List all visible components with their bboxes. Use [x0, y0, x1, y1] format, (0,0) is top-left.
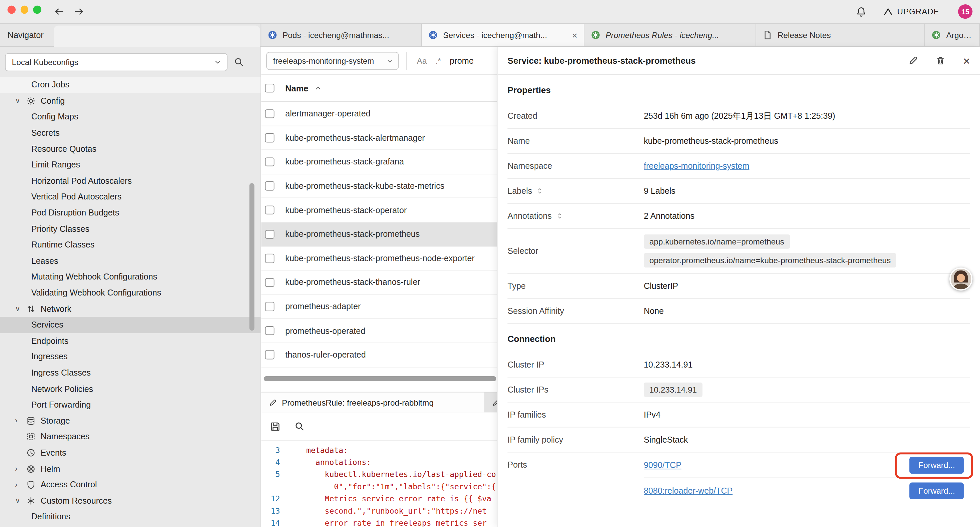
sidebar-item[interactable]: Network Policies: [0, 381, 261, 397]
match-case-toggle[interactable]: Aa: [417, 56, 427, 66]
sidebar-item[interactable]: › Storage: [0, 413, 261, 429]
tab-close-icon[interactable]: ×: [572, 30, 578, 40]
close-window-button[interactable]: [7, 6, 15, 13]
sidebar-item[interactable]: › Access Control: [0, 477, 261, 493]
property-label: IP family policy: [508, 435, 643, 444]
name-column-header[interactable]: Name: [285, 83, 308, 93]
sidebar-item[interactable]: Services: [0, 317, 261, 333]
sidebar-item[interactable]: Ingress Classes: [0, 365, 261, 381]
sidebar-item[interactable]: Vertical Pod Autoscalers: [0, 189, 261, 205]
sidebar-item[interactable]: Pod Disruption Budgets: [0, 205, 261, 221]
sidebar-item[interactable]: Port Forwarding: [0, 397, 261, 413]
horizontal-scrollbar[interactable]: [264, 376, 496, 381]
edit-icon[interactable]: [908, 56, 918, 66]
sidebar-item[interactable]: Validating Webhook Configurations: [0, 285, 261, 301]
line-text: Metrics service error rate is {{ $va: [306, 495, 492, 503]
expand-icon[interactable]: [556, 212, 563, 220]
chevron-icon[interactable]: ∨: [15, 496, 26, 505]
sidebar-item[interactable]: › Helm: [0, 461, 261, 477]
helm-icon: [26, 464, 36, 473]
minimize-window-button[interactable]: [20, 6, 28, 13]
sidebar-item[interactable]: Horizontal Pod Autoscalers: [0, 173, 261, 189]
editor-tabs: Pods - icecheng@mathmas... Services - ic…: [261, 24, 980, 46]
sidebar-item[interactable]: Mutating Webhook Configurations: [0, 269, 261, 285]
sidebar-item-label: Helm: [41, 464, 60, 473]
namespace-link[interactable]: freeleaps-monitoring-system: [644, 161, 749, 170]
row-checkbox[interactable]: [265, 278, 274, 287]
expand-icon[interactable]: [537, 188, 544, 194]
sidebar-item-label: Events: [41, 448, 66, 457]
regex-toggle[interactable]: .*: [436, 56, 441, 66]
upgrade-button[interactable]: UPGRADE: [883, 7, 940, 17]
row-checkbox[interactable]: [265, 158, 274, 166]
chevron-icon[interactable]: ›: [15, 417, 26, 424]
row-checkbox[interactable]: [265, 182, 274, 191]
sidebar-item[interactable]: Namespaces: [0, 428, 261, 444]
sidebar-item[interactable]: ∨ Network: [0, 301, 261, 317]
prop-row-cluster-ips: Cluster IPs 10.233.14.91: [508, 377, 970, 403]
sidebar-item-label: Runtime Classes: [31, 240, 95, 250]
sidebar-item[interactable]: ∨ Custom Resources: [0, 493, 261, 509]
chevron-icon[interactable]: ∨: [15, 96, 26, 105]
sidebar-item[interactable]: Events: [0, 444, 261, 461]
chevron-icon[interactable]: ∨: [15, 304, 26, 313]
forward-button[interactable]: Forward...: [910, 482, 964, 499]
labels-value[interactable]: 9 Labels: [644, 186, 675, 196]
row-checkbox[interactable]: [265, 205, 274, 215]
row-checkbox[interactable]: [265, 326, 274, 335]
editor-tab[interactable]: Prometheus Rules - icecheng...: [584, 24, 756, 46]
sidebar-scrollbar[interactable]: [250, 183, 255, 331]
annotations-value[interactable]: 2 Annotations: [644, 211, 694, 220]
prop-row-ip-family-policy: IP family policy SingleStack: [508, 428, 970, 453]
select-all-checkbox[interactable]: [265, 84, 274, 93]
sidebar-item[interactable]: Priority Classes: [0, 221, 261, 237]
zoom-window-button[interactable]: [33, 6, 41, 13]
close-icon[interactable]: ×: [963, 55, 970, 67]
editor-tab[interactable]: Release Notes: [756, 24, 925, 46]
port-link[interactable]: 8080:reloader-web/TCP: [644, 486, 732, 495]
section-connection: Connection: [508, 334, 970, 344]
forward-button[interactable]: Forward...: [910, 457, 964, 474]
row-checkbox[interactable]: [265, 254, 274, 263]
editor-tab[interactable]: Services - icecheng@math... ×: [422, 24, 584, 46]
forward-icon[interactable]: [74, 6, 84, 17]
sidebar-item[interactable]: ∨ Config: [0, 93, 261, 109]
editor-search-icon[interactable]: [294, 421, 305, 431]
row-checkbox[interactable]: [265, 302, 274, 311]
chevron-icon[interactable]: ›: [15, 481, 26, 488]
dock-tab-prometheusrule[interactable]: PrometheusRule: freeleaps-prod-rabbitmq: [261, 393, 484, 412]
editor-tab[interactable]: Pods - icecheng@mathmas...: [261, 24, 422, 46]
table-search-input[interactable]: Aa .* prome: [406, 52, 474, 70]
sidebar-item[interactable]: Limit Ranges: [0, 157, 261, 173]
delete-icon[interactable]: [935, 56, 946, 66]
service-name: prometheus-adapter: [285, 302, 361, 311]
row-checkbox[interactable]: [265, 230, 274, 239]
row-checkbox[interactable]: [265, 350, 274, 359]
notifications-icon[interactable]: [855, 6, 867, 18]
editor-tab[interactable]: Argo Se: [925, 24, 980, 46]
notification-badge[interactable]: 15: [958, 4, 972, 19]
row-checkbox[interactable]: [265, 133, 274, 142]
sidebar-item[interactable]: Cron Jobs: [0, 77, 261, 93]
kubeconfig-selector[interactable]: Local Kubeconfigs: [5, 53, 228, 71]
sidebar-item[interactable]: Runtime Classes: [0, 237, 261, 253]
sidebar-item[interactable]: Config Maps: [0, 109, 261, 125]
sidebar-search-icon[interactable]: [234, 57, 244, 67]
avatar[interactable]: [949, 267, 972, 291]
kubeconfig-selector-value: Local Kubeconfigs: [12, 57, 78, 67]
sidebar-item[interactable]: Leases: [0, 253, 261, 269]
chevron-icon[interactable]: ›: [15, 465, 26, 472]
row-checkbox[interactable]: [265, 109, 274, 118]
save-icon[interactable]: [270, 421, 280, 431]
namespace-selector[interactable]: freeleaps-monitoring-system: [266, 52, 399, 70]
sidebar-item[interactable]: Definitions: [0, 509, 261, 525]
service-name: kube-prometheus-stack-kube-state-metrics: [285, 182, 444, 191]
sidebar-item[interactable]: Resource Quotas: [0, 141, 261, 157]
sidebar-item[interactable]: Endpoints: [0, 333, 261, 349]
service-name: kube-prometheus-stack-prometheus-node-ex…: [285, 253, 475, 263]
port-link[interactable]: 9090/TCP: [644, 460, 681, 470]
sidebar-item[interactable]: Secrets: [0, 125, 261, 141]
back-icon[interactable]: [54, 6, 64, 17]
sidebar-item[interactable]: Ingresses: [0, 349, 261, 365]
sort-ascending-icon[interactable]: [315, 84, 322, 92]
